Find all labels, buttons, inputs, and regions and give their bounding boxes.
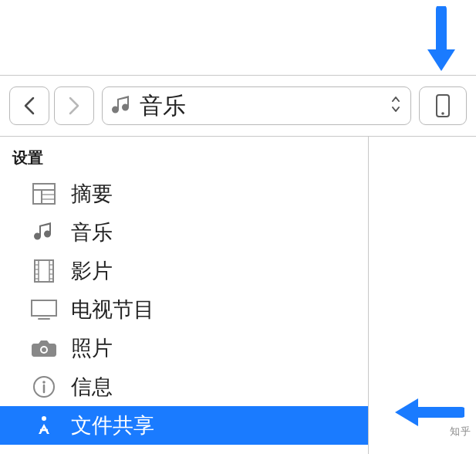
sidebar-item-movies[interactable]: 影片 bbox=[0, 252, 368, 290]
dropdown-label: 音乐 bbox=[140, 90, 383, 122]
svg-point-25 bbox=[42, 381, 46, 384]
sidebar-item-label: 摘要 bbox=[71, 180, 113, 208]
info-icon bbox=[31, 374, 57, 400]
sidebar-item-tv[interactable]: 电视节目 bbox=[0, 290, 368, 329]
phone-icon bbox=[435, 93, 451, 118]
movies-icon bbox=[31, 258, 57, 284]
sidebar-item-label: 电视节目 bbox=[71, 296, 154, 324]
annotation-arrow-down bbox=[423, 6, 460, 79]
music-icon bbox=[31, 219, 57, 246]
apps-icon bbox=[31, 412, 57, 439]
settings-sidebar: 设置 摘要 音乐 bbox=[0, 137, 369, 454]
forward-button[interactable] bbox=[54, 86, 94, 125]
section-title: 设置 bbox=[0, 137, 368, 174]
sidebar-item-info[interactable]: 信息 bbox=[0, 368, 368, 406]
sidebar-item-music[interactable]: 音乐 bbox=[0, 213, 368, 252]
sidebar-item-label: 音乐 bbox=[71, 219, 113, 246]
summary-icon bbox=[31, 181, 57, 207]
sidebar-item-label: 影片 bbox=[71, 257, 113, 285]
sidebar-item-photos[interactable]: 照片 bbox=[0, 329, 368, 368]
device-button[interactable] bbox=[419, 86, 467, 125]
toolbar: 音乐 bbox=[0, 75, 476, 137]
svg-rect-4 bbox=[33, 184, 55, 204]
chevron-updown-icon bbox=[390, 95, 401, 117]
tv-icon bbox=[31, 296, 57, 323]
svg-point-27 bbox=[42, 416, 46, 421]
nav-buttons bbox=[9, 86, 94, 125]
svg-point-3 bbox=[441, 112, 444, 115]
svg-rect-20 bbox=[32, 300, 56, 316]
sidebar-item-file-sharing[interactable]: 文件共享 bbox=[0, 406, 368, 445]
annotation-arrow-left bbox=[387, 394, 464, 434]
svg-point-23 bbox=[42, 347, 46, 352]
sidebar-item-label: 照片 bbox=[71, 334, 113, 362]
sidebar-item-label: 信息 bbox=[71, 373, 113, 401]
sidebar-item-summary[interactable]: 摘要 bbox=[0, 174, 368, 213]
library-dropdown[interactable]: 音乐 bbox=[102, 86, 411, 125]
photos-icon bbox=[31, 335, 57, 361]
music-icon bbox=[112, 94, 132, 117]
sidebar-item-label: 文件共享 bbox=[71, 412, 154, 439]
back-button[interactable] bbox=[9, 86, 49, 125]
